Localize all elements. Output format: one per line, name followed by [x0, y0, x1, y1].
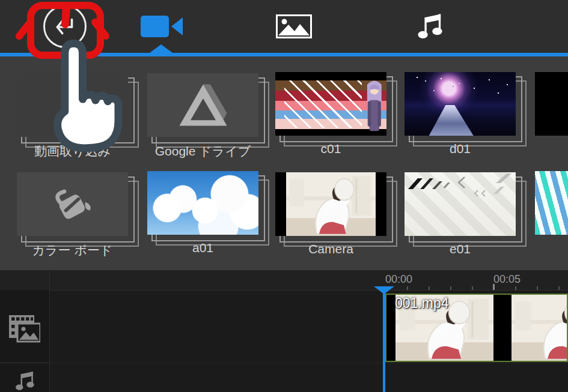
timeline: 00:00 00:05 [0, 270, 568, 392]
d01-thumbnail [405, 72, 516, 136]
playhead[interactable] [383, 286, 385, 392]
anime-character [366, 77, 383, 132]
stripes-thumbnail [535, 171, 568, 235]
photo-icon [276, 14, 312, 38]
video-photo-track-icon[interactable] [9, 315, 40, 345]
camera-thumbnail [275, 172, 386, 236]
media-item-label: e01 [400, 242, 521, 259]
timeline-clip[interactable]: 001.mp4 [385, 294, 568, 362]
timeline-ruler[interactable]: 00:00 00:05 [0, 270, 568, 290]
google-drive-icon [177, 83, 229, 127]
ruler-divider [0, 290, 568, 291]
media-item-label: カラー ボード [12, 242, 133, 259]
tab-active-indicator [150, 44, 173, 53]
tab-photo[interactable] [267, 0, 320, 53]
audio-track-icon[interactable] [15, 371, 34, 392]
ruler-time-label: 00:00 [385, 273, 412, 286]
a01-thumbnail [147, 171, 258, 235]
clip-filename: 001.mp4 [395, 295, 449, 312]
music-note-icon [417, 13, 442, 40]
e01-thumbnail [405, 172, 516, 236]
media-item-label: Camera [270, 242, 391, 259]
media-item-label: c01 [270, 142, 391, 158]
c01-thumbnail [275, 72, 386, 136]
tab-music[interactable] [409, 0, 451, 53]
media-item-label: a01 [142, 241, 263, 258]
color-board-icon [50, 184, 95, 224]
track-divider [0, 363, 568, 363]
media-item-label: Google ドライブ [142, 143, 263, 160]
media-item-label: d01 [400, 142, 521, 158]
playhead-handle[interactable] [374, 286, 394, 294]
black-thumbnail [535, 72, 568, 136]
track-column-divider [49, 270, 50, 392]
pointing-hand-cursor [31, 36, 126, 156]
ruler-time-label: 00:05 [493, 273, 521, 286]
video-camera-icon [141, 14, 183, 38]
app-screen: 動画取り込み Google ドライブ [0, 0, 568, 392]
